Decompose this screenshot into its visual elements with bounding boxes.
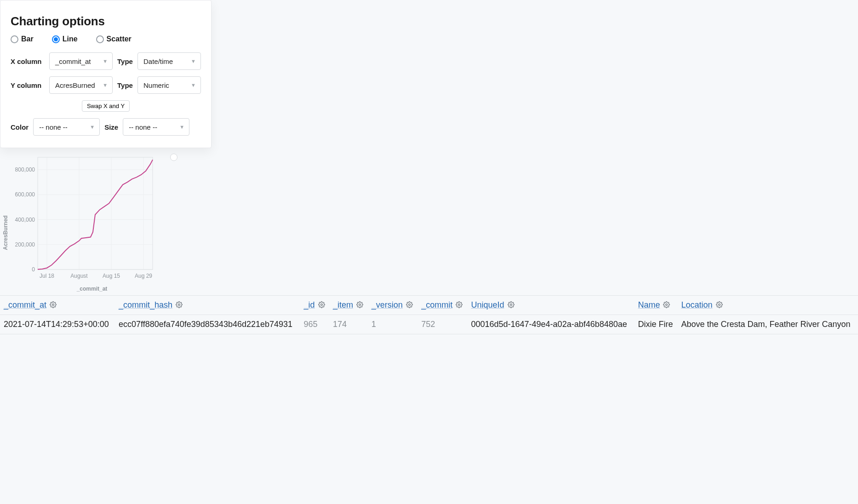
swap-row: Swap X and Y	[11, 100, 201, 112]
cell-Location: Above the Cresta Dam, Feather River Cany…	[677, 315, 858, 334]
radio-label: Bar	[21, 35, 34, 43]
svg-point-29	[718, 304, 720, 306]
chevron-down-icon: ▼	[179, 124, 184, 130]
cell-_commit_hash: ecc07ff880efa740fe39d85343b46d221eb74931	[115, 315, 300, 334]
svg-rect-20	[38, 157, 153, 269]
select-value: -- none --	[129, 123, 157, 131]
y-type-select[interactable]: Numeric ▼	[137, 76, 201, 94]
column-sort-link[interactable]: _commit_at	[4, 300, 46, 309]
svg-text:400,000: 400,000	[15, 217, 35, 223]
color-label: Color	[11, 123, 29, 131]
gear-icon[interactable]	[456, 301, 463, 309]
svg-point-26	[458, 304, 460, 306]
svg-point-23	[320, 304, 322, 306]
panel-title: Charting options	[11, 14, 201, 29]
cell-_commit_at: 2021-07-14T14:29:53+00:00	[0, 315, 115, 334]
y-column-row: Y column AcresBurned ▼ Type Numeric ▼	[11, 76, 201, 94]
x-column-label: X column	[11, 57, 45, 65]
chart-resize-handle[interactable]	[170, 154, 177, 161]
svg-point-21	[52, 304, 54, 306]
column-header-Location: Location	[677, 296, 858, 315]
column-sort-link[interactable]: _commit_hash	[119, 300, 172, 309]
chart-type-scatter[interactable]: Scatter	[96, 35, 132, 43]
gear-icon[interactable]	[508, 301, 515, 309]
column-sort-link[interactable]: Name	[638, 300, 660, 309]
column-sort-link[interactable]: UniqueId	[471, 300, 504, 309]
radio-icon	[11, 35, 18, 43]
svg-point-27	[510, 304, 512, 306]
column-header-Name: Name	[634, 296, 677, 315]
x-column-row: X column _commit_at ▼ Type Date/time ▼	[11, 52, 201, 70]
svg-text:Aug 29: Aug 29	[135, 273, 152, 279]
svg-point-25	[408, 304, 410, 306]
chevron-down-icon: ▼	[90, 124, 95, 130]
radio-icon	[52, 35, 60, 43]
radio-label: Line	[63, 35, 78, 43]
chart-type-line[interactable]: Line	[52, 35, 78, 43]
cell-Name: Dixie Fire	[634, 315, 677, 334]
gear-icon[interactable]	[356, 301, 363, 309]
radio-label: Scatter	[107, 35, 132, 43]
table-row: 2021-07-14T14:29:53+00:00ecc07ff880efa74…	[0, 315, 858, 334]
size-select[interactable]: -- none -- ▼	[123, 118, 189, 136]
svg-text:August: August	[70, 273, 88, 279]
swap-xy-button[interactable]: Swap X and Y	[82, 100, 130, 112]
svg-text:600,000: 600,000	[15, 191, 35, 198]
x-type-label: Type	[117, 57, 133, 65]
gear-icon[interactable]	[406, 301, 413, 309]
svg-text:0: 0	[32, 266, 35, 273]
cell-_version: 1	[368, 315, 418, 334]
gear-icon[interactable]	[663, 301, 670, 309]
chart-container: AcresBurned _commit_at 0200,000400,00060…	[1, 155, 157, 292]
column-header-UniqueId: UniqueId	[467, 296, 634, 315]
gear-icon[interactable]	[50, 301, 57, 309]
column-header-_commit_at: _commit_at	[0, 296, 115, 315]
line-chart[interactable]: AcresBurned _commit_at 0200,000400,00060…	[1, 155, 157, 292]
y-column-select[interactable]: AcresBurned ▼	[49, 76, 113, 94]
column-sort-link[interactable]: _item	[333, 300, 353, 309]
svg-text:800,000: 800,000	[15, 166, 35, 173]
column-sort-link[interactable]: _id	[304, 300, 315, 309]
charting-options-panel: Charting options Bar Line Scatter X colu…	[0, 0, 212, 148]
gear-icon[interactable]	[318, 301, 325, 309]
radio-icon	[96, 35, 104, 43]
column-sort-link[interactable]: _version	[372, 300, 403, 309]
x-column-select[interactable]: _commit_at ▼	[49, 52, 113, 70]
svg-point-22	[178, 304, 180, 306]
table-header-row: _commit_at _commit_hash _id _item _versi…	[0, 296, 858, 315]
select-value: -- none --	[39, 123, 68, 131]
chart-type-bar[interactable]: Bar	[11, 35, 34, 43]
cell-_id: 965	[300, 315, 329, 334]
column-header-_commit_hash: _commit_hash	[115, 296, 300, 315]
chevron-down-icon: ▼	[103, 82, 108, 88]
column-header-_version: _version	[368, 296, 418, 315]
size-label: Size	[104, 123, 118, 131]
select-value: _commit_at	[55, 57, 91, 65]
gear-icon[interactable]	[716, 301, 723, 309]
column-header-_id: _id	[300, 296, 329, 315]
color-select[interactable]: -- none -- ▼	[33, 118, 100, 136]
y-column-label: Y column	[11, 81, 45, 89]
column-sort-link[interactable]: Location	[681, 300, 712, 309]
color-size-row: Color -- none -- ▼ Size -- none -- ▼	[11, 118, 201, 136]
svg-text:_commit_at: _commit_at	[76, 286, 108, 292]
cell-_commit: 752	[418, 315, 467, 334]
column-sort-link[interactable]: _commit	[421, 300, 452, 309]
select-value: Numeric	[143, 81, 169, 89]
chart-type-radio-group: Bar Line Scatter	[11, 35, 201, 43]
svg-point-28	[666, 304, 668, 306]
cell-UniqueId: 00016d5d-1647-49e4-a02a-abf46b8480ae	[467, 315, 634, 334]
gear-icon[interactable]	[176, 301, 183, 309]
svg-text:AcresBurned: AcresBurned	[2, 215, 9, 250]
data-table: _commit_at _commit_hash _id _item _versi…	[0, 295, 858, 334]
cell-_item: 174	[329, 315, 368, 334]
select-value: Date/time	[143, 57, 173, 65]
svg-text:Jul 18: Jul 18	[40, 273, 54, 279]
svg-text:200,000: 200,000	[15, 241, 35, 248]
chevron-down-icon: ▼	[191, 58, 196, 64]
column-header-_item: _item	[329, 296, 368, 315]
svg-text:Aug 15: Aug 15	[103, 273, 120, 279]
svg-point-24	[359, 304, 361, 306]
chevron-down-icon: ▼	[103, 58, 108, 64]
x-type-select[interactable]: Date/time ▼	[137, 52, 201, 70]
